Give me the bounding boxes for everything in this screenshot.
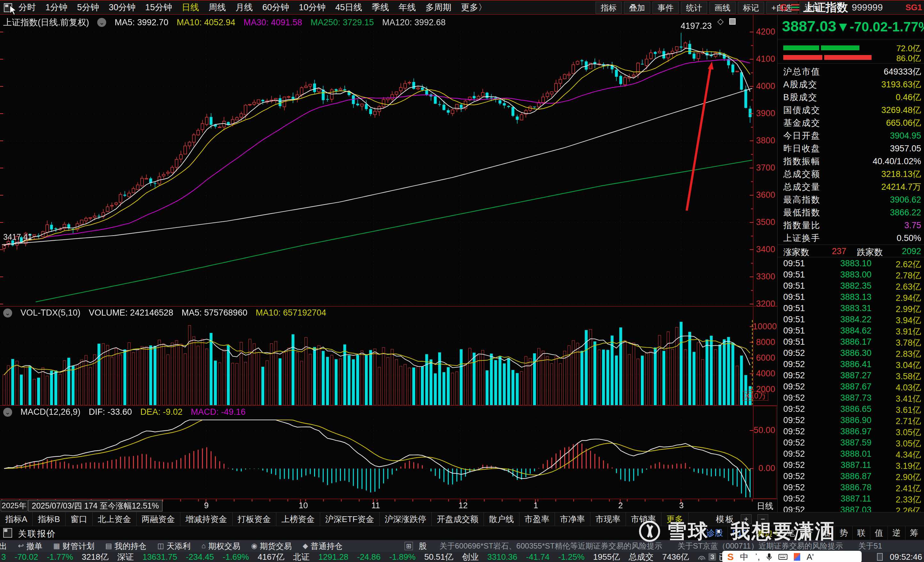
side-tab[interactable]: 值 xyxy=(870,526,888,540)
price-axis-label: 3600 xyxy=(753,190,775,200)
period-tab[interactable]: 更多〉 xyxy=(461,2,487,13)
period-tab[interactable]: 多周期 xyxy=(425,2,451,13)
template-add-button[interactable]: + xyxy=(741,514,752,524)
ime-punct[interactable]: ᾽, xyxy=(755,552,760,562)
clipboard-icon[interactable] xyxy=(877,553,883,561)
quote-row: 今日开盘3904.95 xyxy=(777,129,924,142)
indicator-tab[interactable]: 上榜资金 xyxy=(276,512,320,526)
period-tab[interactable]: 10分钟 xyxy=(299,2,326,13)
tick-time: 09:51 xyxy=(783,326,805,336)
quote-row-value: 0.50% xyxy=(897,233,921,243)
period-tab[interactable]: 5分钟 xyxy=(77,2,99,13)
toolbar-item[interactable]: ◆普通持仓 xyxy=(303,541,342,551)
toolbar-item[interactable]: ▦财管计划 xyxy=(53,541,94,551)
menu-item[interactable]: 标记 xyxy=(738,2,764,14)
ime-ai-icon[interactable]: A' xyxy=(807,552,814,562)
side-tab[interactable]: 细 xyxy=(817,526,835,540)
toolbar-item[interactable]: ⌂期权交易 xyxy=(201,541,240,551)
symbol-name[interactable]: 上证指数 xyxy=(803,0,848,15)
toolbar-item[interactable]: ◫天添利 xyxy=(158,541,190,551)
indicator-tab-more[interactable]: 更多 xyxy=(662,512,688,526)
indicator-tab[interactable]: 两融资金 xyxy=(136,512,180,526)
toolbar-item[interactable]: 卖出 xyxy=(0,541,7,551)
chevron-down-icon[interactable]: ⌄ xyxy=(3,308,12,317)
period-tab[interactable]: 日线 xyxy=(182,2,199,13)
maximize-pane-icon[interactable] xyxy=(729,18,736,25)
indicator-tab[interactable]: 市净率 xyxy=(555,512,590,526)
side-tab[interactable]: 联 xyxy=(852,526,870,540)
menu-item[interactable]: 事件 xyxy=(652,2,679,14)
price-axis-label: 4100 xyxy=(753,54,775,64)
side-tab[interactable]: 价 xyxy=(800,526,817,540)
menu-item[interactable]: 画线 xyxy=(710,2,736,14)
status-segment: -1.89% xyxy=(389,552,416,562)
indicator-tab[interactable]: 沪深ETF资金 xyxy=(320,512,380,526)
indicator-tab[interactable]: 沪深涨跌停 xyxy=(380,512,432,526)
status-segment: 深证 xyxy=(117,551,134,562)
year-box[interactable]: 2025年 xyxy=(1,500,27,511)
template-label[interactable]: 模板 xyxy=(716,514,735,525)
quote-row: 最高指数3906.62 xyxy=(777,193,924,206)
indicator-tab[interactable]: 增减持资金 xyxy=(180,512,232,526)
mic-icon[interactable] xyxy=(766,553,772,561)
quote-row: 国债成交3269.48亿 xyxy=(777,104,924,117)
hamburger-icon[interactable] xyxy=(791,3,799,12)
buy-volume-bar xyxy=(783,45,819,50)
quote-row: 昨日收盘3957.05 xyxy=(777,142,924,155)
ime-logo[interactable]: S xyxy=(727,551,734,562)
indicator-tab[interactable]: 市销率 xyxy=(626,512,662,526)
main-chart-canvas[interactable] xyxy=(0,15,777,512)
chevron-down-icon[interactable]: ⌄ xyxy=(3,408,12,417)
toolbar-item[interactable]: ↩撤单 xyxy=(18,541,42,551)
toolbar-item[interactable]: ◉期货交易 xyxy=(251,541,292,551)
menu-item[interactable]: 叠加 xyxy=(624,2,650,14)
side-tab[interactable]: 诊股 xyxy=(702,526,728,540)
linked-quote-label[interactable]: 关联报价 xyxy=(18,528,56,539)
side-tab[interactable]: 笔 xyxy=(782,526,800,540)
stock-label: 股 xyxy=(418,541,427,551)
chart-title: 上证指数(日线.前复权) xyxy=(3,17,89,28)
indicator-tab[interactable]: 市盈率 xyxy=(519,512,555,526)
indicator-tab[interactable]: 市现率 xyxy=(590,512,626,526)
indicator-tab[interactable]: 散户线 xyxy=(484,512,519,526)
add-tool-icon[interactable]: ⊞ xyxy=(405,542,413,550)
ime-lang[interactable]: 中 xyxy=(740,551,748,562)
menu-item[interactable]: 指标 xyxy=(596,2,622,14)
news-marquee[interactable]: 关于600696*ST岩石、600355*ST精伦等近期证券交易的风险提示 关于… xyxy=(440,541,924,551)
side-tab[interactable]: 逆 xyxy=(888,526,905,540)
indicator-tab[interactable]: 指标A xyxy=(0,512,33,526)
side-tab[interactable]: F10 xyxy=(728,526,751,540)
period-tab[interactable]: 月线 xyxy=(236,2,253,13)
period-tab[interactable]: 分时 xyxy=(18,2,36,13)
menu-item[interactable]: 统计 xyxy=(681,2,707,14)
indicator-tab[interactable]: 窗口 xyxy=(66,512,93,526)
period-tab[interactable]: 周线 xyxy=(208,2,226,13)
period-tab[interactable]: 45日线 xyxy=(335,2,362,13)
period-tab[interactable]: 1分钟 xyxy=(45,2,68,13)
side-tab[interactable]: 筹 xyxy=(905,526,923,540)
tick-row: 09:513883.102.62亿 xyxy=(777,258,924,270)
side-tab[interactable]: 势 xyxy=(835,526,852,540)
indicator-tab[interactable]: 指标B xyxy=(33,512,65,526)
indicator-tab[interactable]: 打板资金 xyxy=(232,512,276,526)
ime-toolbar[interactable]: S 中 ᾽, A' xyxy=(722,551,862,562)
toolbar-item-label: 卖出 xyxy=(0,541,7,551)
indicator-tab[interactable]: 北上资金 xyxy=(93,512,136,526)
status-segment: 3 xyxy=(1,552,6,562)
diamond-icon[interactable]: ◇ xyxy=(717,17,723,26)
period-tab[interactable]: 60分钟 xyxy=(262,2,289,13)
period-tab[interactable]: 15分钟 xyxy=(145,2,172,13)
toolbar-item[interactable]: ▤我的持仓 xyxy=(105,541,147,551)
price-change: ▼-70.02 xyxy=(836,19,888,35)
indicator-tab[interactable]: 开盘成交额 xyxy=(432,512,484,526)
date-info-box[interactable]: 2025/07/03/四 174 至今涨幅12.51% xyxy=(28,500,162,511)
side-tab[interactable]: 侧边< xyxy=(751,526,782,540)
skin-icon[interactable] xyxy=(794,553,800,561)
keyboard-icon[interactable] xyxy=(778,553,788,560)
period-tab[interactable]: 季线 xyxy=(372,2,389,13)
period-tab[interactable]: 年线 xyxy=(399,2,416,13)
linked-window-icon[interactable] xyxy=(3,528,12,538)
template-remove-button[interactable]: − xyxy=(758,514,768,524)
chevron-down-icon[interactable]: ⌄ xyxy=(97,18,106,27)
period-tab[interactable]: 30分钟 xyxy=(109,2,136,13)
